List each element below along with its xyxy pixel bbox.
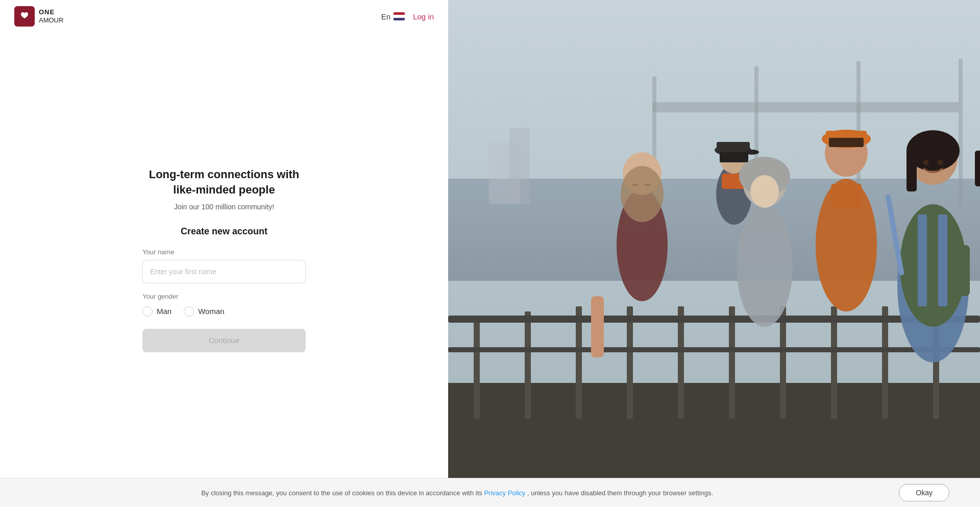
cookie-message: By closing this message, you consent to … [201,489,482,497]
radio-woman[interactable] [184,306,194,317]
lang-label: En [381,12,390,21]
form-inner: Long-term connections with like-minded p… [142,167,306,352]
logo-line2: AMOUR [39,16,63,25]
privacy-policy-link[interactable]: Privacy Policy [484,489,525,497]
login-button[interactable]: Log in [413,12,434,21]
cookie-text: By closing this message, you consent to … [31,489,884,497]
flag-icon [394,12,405,20]
gender-man-label: Man [157,307,172,316]
cookie-banner: By closing this message, you consent to … [0,478,980,507]
tagline-sub: Join our 100 million community! [142,203,306,211]
logo-line1: ONE [39,8,63,16]
form-container: Long-term connections with like-minded p… [0,33,448,507]
gender-field-group: Your gender Man Woman [142,293,306,317]
gender-label: Your gender [142,293,306,300]
name-field-group: Your name [142,248,306,283]
logo-icon [14,6,35,27]
gender-option-woman[interactable]: Woman [184,306,224,317]
cookie-message-after: , unless you have disabled them through … [527,489,713,497]
name-input[interactable] [142,260,306,283]
gender-options: Man Woman [142,306,306,317]
svg-rect-59 [448,0,980,507]
right-panel [448,0,980,507]
header-right: En Log in [381,12,434,21]
name-label: Your name [142,248,306,256]
form-title: Create new account [142,226,306,237]
gender-option-man[interactable]: Man [142,306,172,317]
continue-button[interactable]: Continue [142,329,306,352]
radio-man[interactable] [142,306,153,317]
okay-button[interactable]: Okay [899,484,949,501]
logo[interactable]: ONE AMOUR [14,6,63,27]
photo-background [448,0,980,507]
tagline-title: Long-term connections with like-minded p… [142,167,306,197]
main-layout: ONE AMOUR En Log in Long-term connection… [0,0,980,507]
logo-text: ONE AMOUR [39,8,63,24]
header: ONE AMOUR En Log in [0,0,448,33]
gender-woman-label: Woman [198,307,224,316]
left-panel: ONE AMOUR En Log in Long-term connection… [0,0,448,507]
language-selector[interactable]: En [381,12,405,21]
